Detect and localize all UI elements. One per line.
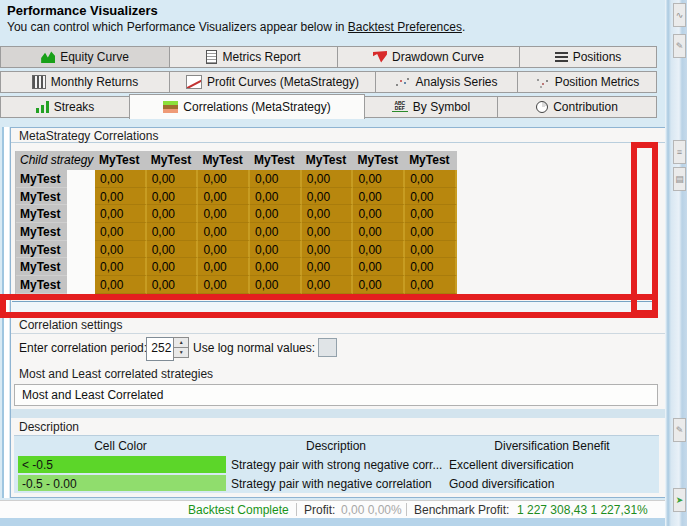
row-header[interactable]: MyTest: [16, 276, 67, 294]
correlation-cell[interactable]: 0,00: [353, 258, 405, 276]
backtest-preferences-link[interactable]: Backtest Preferences: [348, 20, 462, 34]
correlation-cell[interactable]: 0,00: [302, 276, 354, 294]
correlation-cell[interactable]: 0,00: [353, 223, 405, 241]
most-least-text: Most and Least Correlated: [22, 388, 163, 402]
correlation-cell[interactable]: 0,00: [250, 241, 302, 259]
correlation-cell[interactable]: 0,00: [250, 188, 302, 206]
pen-tool-icon[interactable]: ✎: [673, 34, 686, 58]
performance-visualizers-panel: Performance Visualizers You can control …: [0, 0, 687, 526]
column-header[interactable]: MyTest: [353, 151, 405, 170]
tab-label: Correlations (MetaStrategy): [183, 100, 330, 114]
tab-row-3: StreaksCorrelations (MetaStrategy)By Sym…: [0, 96, 657, 118]
tab-equity-curve[interactable]: Equity Curve: [0, 46, 170, 68]
contribution-icon: [536, 101, 548, 113]
tab-row-2: Monthly ReturnsProfit Curves (MetaStrate…: [0, 71, 657, 93]
most-least-box[interactable]: Most and Least Correlated: [14, 384, 658, 406]
diversification-benefit: Excellent diversification: [445, 455, 659, 474]
correlation-cell[interactable]: 0,00: [353, 205, 405, 223]
tab-monthly-returns[interactable]: Monthly Returns: [0, 71, 170, 93]
curve-tool-icon[interactable]: ∿: [673, 3, 686, 27]
correlation-cell[interactable]: 0,00: [302, 241, 354, 259]
correlation-cell[interactable]: 0,00: [353, 276, 405, 294]
correlation-cell[interactable]: 0,00: [198, 223, 250, 241]
column-header[interactable]: MyTest: [405, 151, 457, 170]
correlation-cell[interactable]: 0,00: [95, 188, 147, 206]
row-header[interactable]: MyTest: [16, 258, 67, 276]
correlation-cell[interactable]: 0,00: [405, 205, 457, 223]
correlation-cell[interactable]: 0,00: [250, 205, 302, 223]
backtest-status: Backtest Complete: [188, 503, 289, 517]
tab-position-metrics[interactable]: Position Metrics: [517, 71, 657, 93]
tab-label: Profit Curves (MetaStrategy): [207, 75, 359, 89]
list-tool-icon[interactable]: ≡: [673, 140, 686, 164]
correlation-cell[interactable]: 0,00: [302, 170, 354, 188]
tab-positions[interactable]: Positions: [519, 46, 657, 68]
row-header[interactable]: MyTest: [16, 170, 67, 188]
correlation-cell[interactable]: 0,00: [353, 188, 405, 206]
correlation-cell[interactable]: 0,00: [147, 205, 199, 223]
correlation-cell[interactable]: 0,00: [147, 276, 199, 294]
correlation-cell[interactable]: 0,00: [147, 258, 199, 276]
grid-tool-icon[interactable]: ▤: [673, 167, 686, 191]
tab-contribution[interactable]: Contribution: [497, 96, 657, 118]
correlation-cell[interactable]: 0,00: [250, 276, 302, 294]
correlation-cell[interactable]: 0,00: [95, 258, 147, 276]
correlation-cell[interactable]: 0,00: [250, 223, 302, 241]
tab-correlations-metastrategy[interactable]: Correlations (MetaStrategy): [129, 94, 365, 119]
page-subtitle: You can control which Performance Visual…: [7, 20, 465, 34]
tab-drawdown-curve[interactable]: Drawdown Curve: [337, 46, 520, 68]
spinner-buttons: ▲ ▼: [173, 337, 189, 358]
correlation-cell[interactable]: 0,00: [405, 276, 457, 294]
correlation-cell[interactable]: 0,00: [95, 241, 147, 259]
correlation-cell[interactable]: 0,00: [302, 223, 354, 241]
spinner-down-button[interactable]: ▼: [173, 347, 189, 358]
correlation-cell[interactable]: 0,00: [95, 205, 147, 223]
row-header[interactable]: MyTest: [16, 241, 67, 259]
period-value-input[interactable]: 252: [146, 337, 174, 361]
correlation-cell[interactable]: 0,00: [405, 258, 457, 276]
correlation-cell[interactable]: 0,00: [302, 205, 354, 223]
drawdown-curve-icon: [373, 51, 387, 63]
correlation-cell[interactable]: 0,00: [302, 258, 354, 276]
log-normal-checkbox[interactable]: [318, 338, 337, 357]
correlation-cell[interactable]: 0,00: [198, 276, 250, 294]
correlation-cell[interactable]: 0,00: [95, 223, 147, 241]
row-header[interactable]: MyTest: [16, 188, 67, 206]
correlation-cell[interactable]: 0,00: [147, 223, 199, 241]
tab-label: Drawdown Curve: [392, 50, 484, 64]
correlation-cell[interactable]: 0,00: [198, 170, 250, 188]
arrow-tool-icon[interactable]: ➤: [673, 488, 686, 512]
correlation-cell[interactable]: 0,00: [147, 241, 199, 259]
correlation-cell[interactable]: 0,00: [405, 170, 457, 188]
correlation-cell[interactable]: 0,00: [147, 170, 199, 188]
column-header[interactable]: MyTest: [95, 151, 147, 170]
correlation-cell[interactable]: 0,00: [302, 188, 354, 206]
column-header[interactable]: MyTest: [250, 151, 302, 170]
period-spinner[interactable]: 252 ▲ ▼: [146, 337, 189, 358]
column-header[interactable]: MyTest: [302, 151, 354, 170]
tab-analysis-series[interactable]: Analysis Series: [375, 71, 518, 93]
correlation-cell[interactable]: 0,00: [95, 170, 147, 188]
correlation-cell[interactable]: 0,00: [147, 188, 199, 206]
tab-streaks[interactable]: Streaks: [0, 96, 130, 118]
tab-metrics-report[interactable]: Metrics Report: [169, 46, 338, 68]
row-header[interactable]: MyTest: [16, 223, 67, 241]
tab-by-symbol[interactable]: By Symbol: [364, 96, 498, 118]
correlation-cell[interactable]: 0,00: [405, 223, 457, 241]
correlation-cell[interactable]: 0,00: [250, 170, 302, 188]
column-header[interactable]: MyTest: [198, 151, 250, 170]
correlation-cell[interactable]: 0,00: [250, 258, 302, 276]
correlation-cell[interactable]: 0,00: [198, 188, 250, 206]
brush-tool-icon[interactable]: ✎: [673, 418, 686, 442]
correlation-cell[interactable]: 0,00: [95, 276, 147, 294]
tab-profit-curves-metastrategy[interactable]: Profit Curves (MetaStrategy): [169, 71, 376, 93]
correlation-cell[interactable]: 0,00: [353, 241, 405, 259]
correlation-cell[interactable]: 0,00: [405, 241, 457, 259]
correlation-cell[interactable]: 0,00: [198, 205, 250, 223]
correlation-cell[interactable]: 0,00: [198, 258, 250, 276]
correlation-cell[interactable]: 0,00: [405, 188, 457, 206]
correlation-cell[interactable]: 0,00: [353, 170, 405, 188]
correlation-cell[interactable]: 0,00: [198, 241, 250, 259]
row-header[interactable]: MyTest: [16, 205, 67, 223]
column-header[interactable]: MyTest: [147, 151, 199, 170]
